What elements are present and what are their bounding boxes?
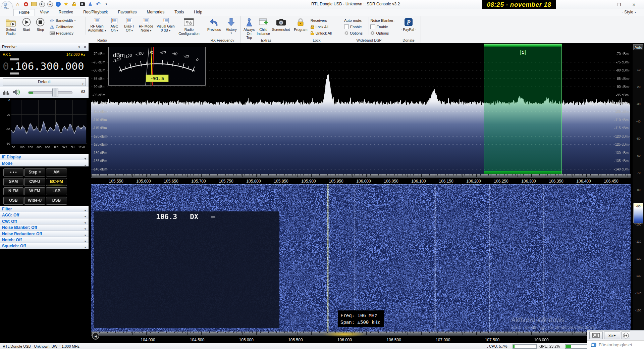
program-lock-button[interactable]: Program: [293, 16, 309, 32]
mode-button-bcfm[interactable]: BC-FM: [46, 178, 67, 186]
hf-mode-button[interactable]: HF ModeNone ▾: [137, 16, 155, 33]
filter-row-noise-blanker[interactable]: Noise Blanker: Off▾: [0, 225, 89, 231]
mode-button-nfm[interactable]: N-FM: [3, 187, 23, 195]
screenshot-button[interactable]: Screenshot: [271, 16, 290, 32]
tuning-region-top-handle[interactable]: [484, 44, 561, 47]
bandwidth-button[interactable]: Bandwidth▾: [50, 17, 84, 23]
panel-close-icon[interactable]: ✕: [84, 43, 87, 51]
calibration-button[interactable]: Calibration: [50, 23, 84, 30]
tab-favourites[interactable]: Favourites: [113, 9, 142, 16]
fast-forward-button[interactable]: [622, 332, 630, 339]
filter-row-agc[interactable]: AGC: Off▾: [0, 212, 89, 218]
gear-icon: [370, 31, 375, 35]
tab-tools[interactable]: Tools: [169, 9, 189, 16]
frequency-digits[interactable]: 0.106.300.000: [3, 61, 84, 71]
tab-help[interactable]: Help: [189, 9, 207, 16]
section-if-display[interactable]: IF Display▾: [0, 154, 89, 160]
rf-gain-button[interactable]: RF GainAutomatic ▾: [87, 16, 107, 33]
noise-blanker-options-button[interactable]: Options: [370, 30, 394, 36]
always-on-top-button[interactable]: AlwaysOn Top: [243, 16, 255, 40]
mode-button-wideu[interactable]: Wide-U: [24, 197, 45, 205]
noise-blanker-enable-checkbox[interactable]: Enable: [370, 23, 394, 30]
agc-button[interactable]: AGCOn ▾: [107, 16, 121, 33]
tab-rec-playback[interactable]: Rec/Playback: [78, 9, 113, 16]
keyboard-entry-button[interactable]: [589, 332, 603, 339]
frequency-button[interactable]: Frequency: [50, 30, 84, 36]
rx-label: RX 1: [3, 52, 11, 56]
digit-spin-down[interactable]: [10, 72, 19, 74]
spectrum-frequency-tick: 106.450: [604, 179, 618, 184]
auto-mute-options-button[interactable]: Options: [344, 30, 367, 36]
previous-button[interactable]: Previous: [206, 16, 223, 32]
bias-t-button[interactable]: Bias-TOff ▾: [122, 16, 137, 33]
chevron-down-icon: ▾: [85, 245, 86, 251]
filter-row-noise-reduction[interactable]: Noise Reduction: Off▾: [0, 231, 89, 237]
tab-memories[interactable]: Memories: [142, 9, 170, 16]
select-radio-button[interactable]: SelectRadio: [3, 16, 19, 36]
filter-row-cw[interactable]: CW: Off▾: [0, 218, 89, 225]
auto-range-button[interactable]: Auto: [633, 44, 643, 50]
auto-mute-enable-checkbox[interactable]: Enable: [344, 23, 367, 30]
radio-configuration-button[interactable]: RadioConfiguration: [176, 16, 202, 36]
tab-receive[interactable]: Receive: [54, 9, 78, 16]
filter-row-filter[interactable]: Filter▾: [0, 206, 89, 212]
volume-slider[interactable]: [28, 91, 72, 94]
waterfall-scroll-left-button[interactable]: ◀: [92, 332, 99, 340]
mode-button-wfm[interactable]: W-FM: [24, 187, 45, 195]
waterfall-frequency-tick: 108.000: [534, 338, 548, 342]
stop-button[interactable]: Stop: [34, 16, 47, 32]
close-button[interactable]: ✕: [627, 0, 641, 9]
minimize-button[interactable]: –: [597, 0, 612, 9]
waterfall-frequency-tick: 107.500: [485, 338, 499, 342]
mode-button-sam[interactable]: SAM: [3, 178, 23, 186]
profile-row: Default ▾: [0, 77, 89, 87]
paypal-button[interactable]: P · PayPal ·: [398, 16, 419, 32]
tab-home[interactable]: Home: [13, 9, 35, 16]
tuning-region-bottom-handle[interactable]: [484, 171, 561, 174]
tuning-region-badge: 1: [520, 50, 526, 55]
mode-button-cwu[interactable]: CW-U: [24, 178, 45, 186]
mode-button-grid: • • •Step ≡AMSAMCW-UBC-FMN-FMW-FMLSBUSBW…: [0, 166, 89, 206]
tab-view[interactable]: View: [35, 9, 54, 16]
equalizer-icon: [3, 89, 10, 95]
spectrum-frequency-tick: 105.650: [164, 179, 178, 184]
spectrum-frequency-tick: 106.000: [356, 179, 371, 184]
profile-dropdown[interactable]: Default ▾: [3, 78, 86, 86]
unlock-all-button[interactable]: Unlock All: [311, 30, 340, 36]
mode-button-[interactable]: • • •: [3, 168, 23, 177]
range-scale-tick: -140: [633, 292, 644, 295]
spectrum-dbm-label-right: -80 dBm: [616, 68, 629, 72]
mode-button-am[interactable]: AM: [46, 168, 67, 177]
frequency-display[interactable]: RX 1 142,060 Hz 0.106.300.000: [1, 51, 88, 77]
volume-slider-handle[interactable]: [52, 88, 58, 97]
spectrum-dbm-label-right: -140 dBm: [614, 167, 629, 171]
history-button[interactable]: History▾: [223, 16, 239, 35]
ribbon-group-lock: Program Receivers Lock All Unlock All Lo…: [291, 16, 342, 43]
filter-row-notch[interactable]: Notch: Off▾: [0, 237, 89, 243]
panel-collapse-icon[interactable]: ▾: [78, 43, 80, 51]
chevron-right-icon: ▶: [614, 334, 616, 337]
if-x-tick: 1k6: [52, 146, 60, 149]
group-label-rx-frequency: RX Frequency: [204, 38, 240, 42]
speed-button[interactable]: x5▶: [604, 332, 620, 339]
style-button[interactable]: ◦ Style▾: [622, 10, 636, 14]
range-slider[interactable]: -90: [633, 203, 643, 223]
lock-all-button[interactable]: Lock All: [311, 23, 340, 30]
child-instance-button[interactable]: ChildInstance: [256, 16, 271, 36]
section-mode[interactable]: Mode▴: [0, 160, 89, 166]
maximize-button[interactable]: ❐: [612, 0, 627, 9]
tuning-region-marker[interactable]: 1: [484, 44, 562, 174]
spectrum-dbm-label-right: -120 dBm: [614, 135, 629, 138]
mode-button-lsb[interactable]: LSB: [46, 187, 67, 195]
start-button[interactable]: Start: [20, 16, 33, 32]
spectrum-frequency-tick: 105.700: [191, 179, 206, 184]
mode-button-usb[interactable]: USB: [3, 197, 23, 205]
spectrum-frequency-ruler[interactable]: [91, 174, 631, 178]
spectrum-dbm-label-left: -100 dBm: [93, 101, 107, 105]
magnifier-notification[interactable]: Förstoringsglaset: [587, 340, 644, 349]
if-spectrum-canvas[interactable]: [11, 100, 87, 144]
mode-button-dsb[interactable]: DSB: [46, 197, 67, 205]
filter-row-squelch[interactable]: Squelch: Off▾: [0, 243, 89, 249]
visual-gain-button[interactable]: Visual Gain0 dB ▾: [156, 16, 176, 33]
mode-button-step[interactable]: Step ≡: [24, 168, 45, 177]
